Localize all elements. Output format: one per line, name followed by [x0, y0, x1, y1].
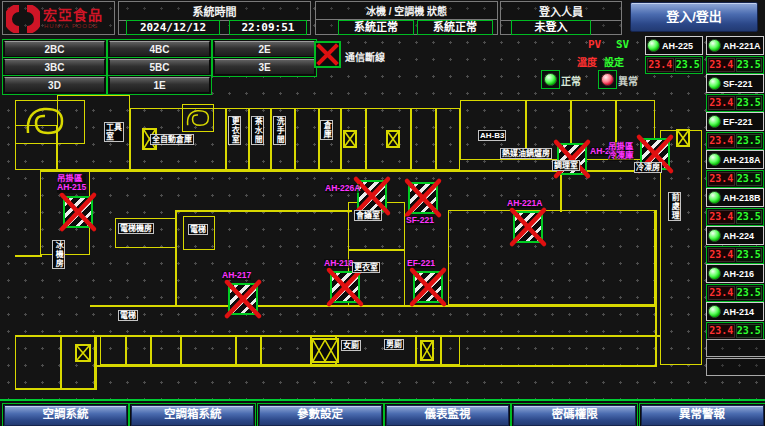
room-label: 男廁 [384, 339, 404, 350]
unit-sv-value: 23.5 [736, 248, 763, 262]
nav-button-cell: 空調箱系統 [129, 403, 256, 426]
ahu-unit-label: 吊掛區 AH-215 [57, 174, 86, 193]
unit-name-button[interactable]: AH-214 [706, 302, 764, 321]
shaft-x-icon [676, 129, 690, 147]
plan-wall [150, 335, 152, 365]
nav-button-3[interactable]: 參數設定 [259, 405, 382, 426]
room-label: 前處理 [668, 192, 681, 221]
unit-name-button[interactable]: AH-224 [706, 226, 764, 245]
shaft-x-icon [343, 130, 357, 148]
plan-wall [248, 108, 250, 170]
floor-button-3d[interactable]: 3D [4, 77, 105, 93]
system-date-value: 2024/12/12 [126, 20, 220, 35]
ahu-unit-marker[interactable] [413, 271, 443, 303]
ahu-unit-marker[interactable] [513, 211, 543, 243]
unit-empty-slot [706, 358, 765, 376]
unit-sv-value: 23.5 [736, 96, 763, 110]
unit-name-button[interactable]: SF-221 [706, 74, 764, 93]
unit-name-button[interactable]: AH-216 [706, 264, 764, 283]
plan-wall [270, 108, 272, 170]
unit-values: 23.423.5 [706, 170, 764, 188]
unit-name-button[interactable]: AH-218B [706, 188, 764, 207]
comm-loss-icon [314, 41, 341, 68]
unit-pv-value: 23.4 [647, 58, 674, 72]
unit-name-label: AH-218B [723, 193, 761, 203]
plan-wall [125, 335, 127, 365]
floor-button-3e[interactable]: 3E [214, 59, 315, 75]
plan-wall [225, 108, 227, 170]
login-logout-button[interactable]: 登入/登出 [630, 2, 758, 32]
unit-status-led-icon [708, 191, 721, 204]
ahu-unit-marker[interactable] [408, 182, 438, 214]
brand-name: 宏亞食品 [43, 8, 103, 22]
system-time-section: 系統時間 2024/12/12 22:09:51 [118, 1, 311, 35]
shaft-x-icon [420, 340, 434, 361]
room-label: 會議室 [354, 210, 382, 221]
sv-legend: SV [616, 38, 629, 51]
room-label: 茶水間 [251, 116, 264, 145]
unit-pv-value: 23.4 [708, 58, 735, 72]
unit-sv-value: 23.5 [736, 286, 763, 300]
machine-status-section: 冰機 / 空調機 狀態 系統正常 系統正常 [315, 1, 498, 35]
ahu-unit-marker[interactable] [228, 283, 258, 315]
unit-name-button[interactable]: EF-221 [706, 112, 764, 131]
nav-button-1[interactable]: 空調系統 [4, 405, 127, 426]
ahu-unit-label: AH-221A [507, 199, 542, 208]
unit-block-ah-221a: AH-221A23.423.5 [706, 36, 764, 74]
nav-button-2[interactable]: 空調箱系統 [131, 405, 254, 426]
abnormal-led-icon [601, 73, 614, 86]
unit-pv-value: 23.4 [708, 324, 735, 338]
nav-button-4[interactable]: 儀表監視 [386, 405, 509, 426]
unit-pv-value: 23.4 [708, 134, 735, 148]
floor-button-3bc[interactable]: 3BC [4, 59, 105, 75]
plan-wall [60, 335, 62, 388]
unit-block-ah-218b: AH-218B23.423.5 [706, 188, 764, 226]
normal-led-cell [541, 70, 560, 89]
floor-button-1e[interactable]: 1E [109, 77, 210, 93]
plan-wall [435, 108, 437, 170]
normal-led-icon [544, 73, 557, 86]
room-label: AH-B3 [478, 130, 506, 141]
unit-name-button[interactable]: AH-221A [706, 36, 764, 55]
unit-name-button[interactable]: AH-218A [706, 150, 764, 169]
unit-status-led-icon [708, 115, 721, 128]
ahu-unit-marker[interactable] [63, 196, 93, 228]
nav-button-cell: 儀表監視 [384, 403, 511, 426]
abnormal-legend-label: 異常 [618, 73, 638, 88]
unit-status-led-icon [708, 153, 721, 166]
system-time-value: 22:09:51 [229, 20, 307, 35]
unit-block-sf-221: SF-22123.423.5 [706, 74, 764, 112]
floor-plan: 吊掛區 AH-215AH-226ASF-221AH-2B4吊掛區 冷凍庫AH-2… [0, 92, 703, 404]
unit-values: 23.423.5 [706, 208, 764, 226]
unit-name-label: AH-218A [723, 155, 761, 165]
shaft-x-icon [386, 130, 400, 148]
unit-pv-value: 23.4 [708, 96, 735, 110]
floor-button-2bc[interactable]: 2BC [4, 41, 105, 57]
nav-button-cell: 異常警報 [639, 403, 765, 426]
floor-button-2e[interactable]: 2E [214, 41, 315, 57]
ahu-unit-marker[interactable] [330, 271, 360, 303]
pv-name-label: 溫度 [577, 54, 597, 69]
brand-name-en: HUNYA FOODS [44, 23, 98, 29]
hmi-screen: 宏亞食品 HUNYA FOODS 系統時間 2024/12/12 22:09:5… [0, 0, 765, 426]
ahu-unit-marker[interactable] [357, 180, 387, 212]
nav-button-5[interactable]: 密碼權限 [513, 405, 636, 426]
floor-buttons-group: 2BC4BC2E3BC5BC3E3D1E [2, 39, 318, 93]
ahu-unit-label: 吊掛區 冷凍庫 [608, 142, 634, 161]
floor-button-5bc[interactable]: 5BC [109, 59, 210, 75]
unit-sv-value: 23.5 [736, 210, 763, 224]
pv-legend: PV [588, 38, 601, 51]
room-label: 電梯 [118, 310, 138, 321]
unit-block-ah-224: AH-22423.423.5 [706, 226, 764, 264]
stair-spiral-icon [184, 106, 212, 130]
unit-name-label: SF-221 [723, 79, 753, 89]
unit-name-label: AH-225 [662, 41, 693, 51]
unit-name-button[interactable]: AH-225 [645, 36, 703, 55]
ahu-unit-label: AH-226A [325, 184, 360, 193]
nav-button-6[interactable]: 異常警報 [641, 405, 764, 426]
unit-pv-value: 23.4 [708, 210, 735, 224]
floor-button-4bc[interactable]: 4BC [109, 41, 210, 57]
floor-button-cell: 2BC [2, 39, 107, 59]
floor-button-cell: 2E [212, 39, 317, 59]
chiller-status-badge: 系統正常 [338, 20, 414, 35]
